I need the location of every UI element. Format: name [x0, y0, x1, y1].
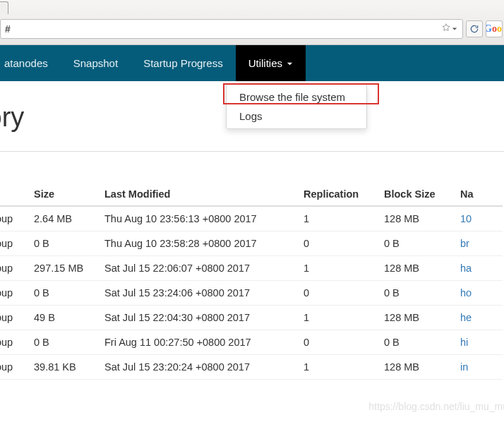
- cell-modified: Sat Jul 15 22:06:07 +0800 2017: [104, 256, 304, 281]
- table-row: upergroup0 BThu Aug 10 23:58:28 +0800 20…: [0, 231, 503, 256]
- col-header-size[interactable]: Size: [34, 183, 104, 206]
- cell-size: 297.15 MB: [34, 256, 104, 281]
- col-header-name[interactable]: Na: [460, 183, 503, 206]
- cell-modified: Sat Jul 15 23:24:06 +0800 2017: [104, 281, 304, 306]
- cell-block: 128 MB: [384, 256, 460, 281]
- url-history-dropdown-icon[interactable]: [451, 26, 458, 32]
- cell-replication: 1: [304, 306, 384, 330]
- cell-name-link[interactable]: in: [460, 355, 503, 380]
- utilities-dropdown: Browse the file system Logs: [226, 84, 367, 129]
- cell-group: upergroup: [0, 306, 34, 330]
- cell-modified: Sat Jul 15 22:04:30 +0800 2017: [104, 306, 304, 330]
- cell-block: 128 MB: [384, 355, 460, 380]
- cell-size: 2.64 MB: [34, 206, 104, 231]
- cell-replication: 0: [304, 330, 384, 355]
- dropdown-item-logs[interactable]: Logs: [227, 107, 366, 126]
- cell-name-link[interactable]: ho: [460, 281, 503, 306]
- cell-block: 0 B: [384, 330, 460, 355]
- file-listing-table: roup Size Last Modified Replication Bloc…: [0, 183, 503, 380]
- table-row: upergroup0 BFri Aug 11 00:27:50 +0800 20…: [0, 330, 503, 355]
- cell-name-link[interactable]: 10: [460, 206, 503, 231]
- bookmark-star-icon[interactable]: [441, 23, 451, 35]
- cell-group: upergroup: [0, 256, 34, 281]
- cell-name-link[interactable]: hi: [460, 330, 503, 355]
- cell-replication: 1: [304, 355, 384, 380]
- cell-replication: 1: [304, 256, 384, 281]
- table-row: upergroup0 BSat Jul 15 23:24:06 +0800 20…: [0, 281, 503, 306]
- cell-name-link[interactable]: ha: [460, 256, 503, 281]
- url-input[interactable]: [13, 23, 441, 34]
- cell-replication: 0: [304, 281, 384, 306]
- divider: [0, 151, 504, 152]
- cell-size: 49 B: [34, 306, 104, 330]
- table-row: upergroup297.15 MBSat Jul 15 22:06:07 +0…: [0, 256, 503, 281]
- cell-group: upergroup: [0, 281, 34, 306]
- cell-modified: Thu Aug 10 23:58:28 +0800 2017: [104, 231, 304, 256]
- col-header-block-size[interactable]: Block Size: [384, 183, 460, 206]
- nav-item-startup-progress[interactable]: Startup Progress: [131, 45, 236, 81]
- reload-button[interactable]: [466, 20, 483, 37]
- nav-item-utilities[interactable]: Utilities: [236, 45, 306, 81]
- table-row: upergroup2.64 MBThu Aug 10 23:56:13 +080…: [0, 206, 503, 231]
- url-prompt-icon: #: [5, 23, 13, 35]
- cell-size: 0 B: [34, 231, 104, 256]
- table-row: upergroup49 BSat Jul 15 22:04:30 +0800 2…: [0, 306, 503, 330]
- cell-block: 0 B: [384, 231, 460, 256]
- main-navbar: atanodes Snapshot Startup Progress Utili…: [0, 45, 504, 81]
- cell-size: 0 B: [34, 330, 104, 355]
- cell-group: upergroup: [0, 231, 34, 256]
- cell-group: upergroup: [0, 330, 34, 355]
- cell-size: 0 B: [34, 281, 104, 306]
- cell-name-link[interactable]: br: [460, 231, 503, 256]
- cell-modified: Sat Jul 15 23:20:24 +0800 2017: [104, 355, 304, 380]
- search-engine-selector[interactable]: Goog: [486, 20, 503, 37]
- chevron-down-icon: [287, 57, 293, 69]
- col-header-modified[interactable]: Last Modified: [104, 183, 304, 206]
- cell-size: 39.81 KB: [34, 355, 104, 380]
- cell-modified: Thu Aug 10 23:56:13 +0800 2017: [104, 206, 304, 231]
- cell-block: 0 B: [384, 281, 460, 306]
- cell-group: upergroup: [0, 206, 34, 231]
- watermark-text: https://blog.csdn.net/liu_mu_mu: [368, 401, 504, 412]
- dropdown-item-browse-fs[interactable]: Browse the file system: [227, 88, 366, 107]
- nav-item-snapshot[interactable]: Snapshot: [61, 45, 131, 81]
- nav-item-utilities-label: Utilities: [248, 57, 282, 69]
- browser-tab-stub[interactable]: [0, 1, 8, 14]
- browser-chrome: # Goog: [0, 0, 504, 45]
- table-header-row: roup Size Last Modified Replication Bloc…: [0, 183, 503, 206]
- nav-item-datanodes[interactable]: atanodes: [0, 45, 61, 81]
- col-header-group[interactable]: roup: [0, 183, 34, 206]
- cell-group: upergroup: [0, 355, 34, 380]
- cell-modified: Fri Aug 11 00:27:50 +0800 2017: [104, 330, 304, 355]
- cell-block: 128 MB: [384, 206, 460, 231]
- address-bar[interactable]: #: [0, 19, 463, 39]
- cell-name-link[interactable]: he: [460, 306, 503, 330]
- table-row: upergroup39.81 KBSat Jul 15 23:20:24 +08…: [0, 355, 503, 380]
- cell-replication: 1: [304, 206, 384, 231]
- cell-block: 128 MB: [384, 306, 460, 330]
- cell-replication: 0: [304, 231, 384, 256]
- google-logo-icon: Goog: [486, 23, 503, 35]
- col-header-replication[interactable]: Replication: [304, 183, 384, 206]
